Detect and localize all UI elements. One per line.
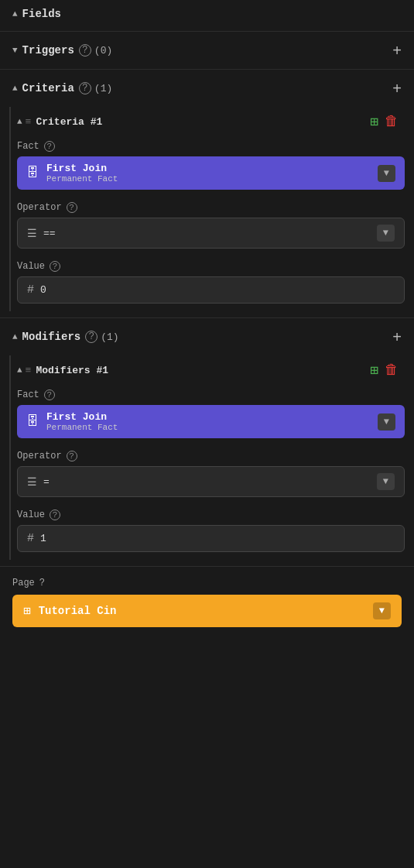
modifiers-1-header: ▲ ≡ Modifiers #1 ⊞ 🗑: [17, 355, 405, 385]
page-label-text: Page: [12, 578, 35, 588]
modifiers-1-operator-help-icon[interactable]: ?: [67, 451, 77, 461]
criteria-chevron-icon: ▲: [12, 84, 18, 93]
criteria-1-fact-help-icon[interactable]: ?: [44, 141, 55, 152]
modifiers-add-button[interactable]: +: [392, 329, 402, 345]
criteria-1-operator-dropdown-icon[interactable]: ▼: [377, 225, 395, 242]
criteria-1-drag-icon: ≡: [26, 116, 32, 128]
fields-chevron-icon: ▲: [12, 9, 18, 19]
criteria-1-value-field[interactable]: # 0: [17, 276, 405, 304]
criteria-1-fact-group: Fact ? 🗄 First Join Permanent Fact ▼: [17, 136, 405, 197]
modifiers-help-icon[interactable]: ?: [85, 331, 98, 343]
modifiers-1-fact-text: First Join Permanent Fact: [46, 411, 371, 432]
fields-title: Fields: [22, 8, 61, 20]
criteria-1-fact-label: Fact ?: [17, 141, 405, 152]
criteria-1-actions: ⊞ 🗑: [370, 113, 399, 130]
fields-section-header[interactable]: ▲ Fields: [0, 0, 414, 28]
page-select-icon: ⊞: [23, 603, 31, 619]
criteria-1-delete-icon[interactable]: 🗑: [385, 113, 399, 130]
modifiers-section-header[interactable]: ▲ Modifiers ? (1) +: [0, 321, 414, 352]
triggers-count: (0): [94, 45, 112, 57]
divider-2: [0, 69, 414, 70]
criteria-1-value-text: 0: [40, 284, 46, 296]
divider-3: [0, 317, 414, 318]
modifiers-1-actions: ⊞ 🗑: [370, 362, 399, 379]
criteria-1-fact-db-icon: 🗄: [26, 166, 39, 180]
modifiers-1-fact-help-icon[interactable]: ?: [44, 389, 55, 400]
modifiers-1-operator-select[interactable]: ☰ = ▼: [17, 466, 405, 497]
modifiers-1-operator-value: =: [43, 476, 50, 488]
triggers-title: Triggers: [22, 44, 74, 57]
triggers-help-icon[interactable]: ?: [79, 44, 91, 57]
criteria-title: Criteria: [22, 82, 74, 94]
modifiers-1-value-help-icon[interactable]: ?: [50, 509, 60, 520]
modifiers-1-fact-dropdown-icon[interactable]: ▼: [378, 413, 395, 431]
criteria-1-fact-type: Permanent Fact: [46, 174, 371, 184]
modifiers-1-subsection: ▲ ≡ Modifiers #1 ⊞ 🗑 Fact ? 🗄 First Join…: [9, 355, 405, 560]
modifiers-1-fact-type: Permanent Fact: [46, 423, 371, 432]
modifiers-1-chevron-icon[interactable]: ▲: [17, 365, 22, 375]
criteria-count: (1): [94, 83, 112, 94]
criteria-1-operator-group: Operator ? ☰ == ▼: [17, 197, 405, 256]
modifiers-1-operator-label: Operator ?: [17, 451, 405, 461]
criteria-1-fact-select[interactable]: 🗄 First Join Permanent Fact ▼: [17, 156, 405, 190]
modifiers-1-drag-icon: ≡: [26, 365, 32, 376]
criteria-add-button[interactable]: +: [392, 81, 402, 96]
modifiers-1-value-field[interactable]: # 1: [17, 525, 405, 552]
modifiers-1-title: Modifiers #1: [36, 365, 108, 376]
triggers-section-header[interactable]: ▼ Triggers ? (0) +: [0, 35, 414, 66]
criteria-1-fact-text: First Join Permanent Fact: [46, 163, 371, 184]
criteria-1-value-help-icon[interactable]: ?: [50, 261, 60, 272]
criteria-1-title: Criteria #1: [36, 116, 102, 128]
criteria-1-fact-label-text: Fact: [17, 141, 39, 152]
page-select-dropdown-icon[interactable]: ▼: [373, 602, 391, 619]
modifiers-1-value-hash-icon: #: [27, 532, 34, 545]
modifiers-1-value-label: Value ?: [17, 509, 405, 520]
criteria-1-value-label-text: Value: [17, 261, 45, 272]
modifiers-1-fact-name: First Join: [46, 411, 371, 423]
modifiers-1-fact-group: Fact ? 🗄 First Join Permanent Fact ▼: [17, 385, 405, 446]
criteria-1-operator-list-icon: ☰: [27, 227, 37, 240]
modifiers-chevron-icon: ▲: [12, 332, 18, 341]
page-select-name: Tutorial Cin: [39, 605, 367, 617]
modifiers-1-operator-list-icon: ☰: [27, 475, 37, 489]
modifiers-1-value-text: 1: [40, 533, 46, 544]
triggers-chevron-icon: ▼: [12, 46, 18, 55]
modifiers-1-operator-group: Operator ? ☰ = ▼: [17, 446, 405, 505]
modifiers-1-fact-select[interactable]: 🗄 First Join Permanent Fact ▼: [17, 405, 405, 438]
modifiers-1-value-label-text: Value: [17, 509, 45, 520]
criteria-1-subsection: ▲ ≡ Criteria #1 ⊞ 🗑 Fact ? 🗄 First Join …: [9, 107, 405, 311]
modifiers-count: (1): [101, 331, 118, 343]
modifiers-1-operator-dropdown-icon[interactable]: ▼: [377, 473, 395, 490]
criteria-help-icon[interactable]: ?: [79, 82, 91, 94]
criteria-1-operator-help-icon[interactable]: ?: [67, 202, 77, 213]
criteria-1-operator-label-text: Operator: [17, 202, 62, 213]
modifiers-1-delete-icon[interactable]: 🗑: [385, 362, 399, 379]
criteria-1-operator-value: ==: [43, 228, 56, 239]
criteria-1-fact-dropdown-icon[interactable]: ▼: [378, 165, 395, 182]
criteria-1-fact-name: First Join: [46, 163, 371, 174]
modifiers-1-value-group: Value ? # 1: [17, 505, 405, 560]
criteria-1-value-label: Value ?: [17, 261, 405, 272]
modifiers-1-copy-icon[interactable]: ⊞: [370, 362, 378, 379]
modifiers-1-fact-db-icon: 🗄: [26, 414, 39, 429]
criteria-1-chevron-icon[interactable]: ▲: [17, 117, 22, 126]
divider-4: [0, 566, 414, 567]
criteria-1-value-hash-icon: #: [27, 283, 34, 297]
criteria-1-copy-icon[interactable]: ⊞: [370, 113, 378, 130]
criteria-1-operator-label: Operator ?: [17, 202, 405, 213]
modifiers-title: Modifiers: [22, 331, 81, 343]
modifiers-1-fact-label-text: Fact: [17, 389, 39, 400]
criteria-1-header: ▲ ≡ Criteria #1 ⊞ 🗑: [17, 107, 405, 136]
criteria-1-value-group: Value ? # 0: [17, 256, 405, 311]
modifiers-1-operator-label-text: Operator: [17, 451, 62, 461]
triggers-add-button[interactable]: +: [392, 43, 402, 58]
page-help-icon[interactable]: ?: [39, 578, 45, 588]
criteria-section-header[interactable]: ▲ Criteria ? (1) +: [0, 73, 414, 104]
page-select[interactable]: ⊞ Tutorial Cin ▼: [12, 595, 402, 627]
page-label: Page ?: [12, 578, 402, 588]
modifiers-1-fact-label: Fact ?: [17, 389, 405, 400]
criteria-1-operator-select[interactable]: ☰ == ▼: [17, 218, 405, 249]
divider-1: [0, 31, 414, 32]
page-section: Page ? ⊞ Tutorial Cin ▼: [0, 570, 414, 635]
